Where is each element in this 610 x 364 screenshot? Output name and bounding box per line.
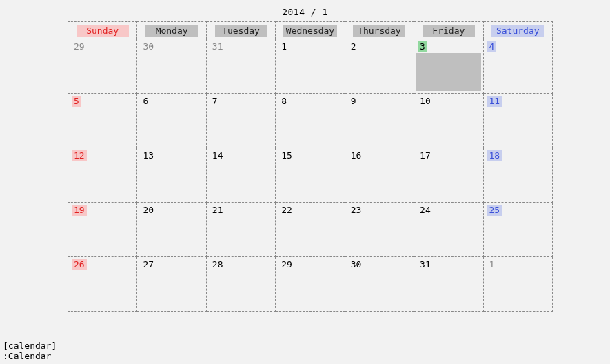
day-cell[interactable]: 12 xyxy=(68,148,137,203)
day-cell[interactable]: 20 xyxy=(137,203,206,257)
day-cell[interactable]: 15 xyxy=(276,148,345,203)
day-cell[interactable]: 4 xyxy=(483,39,552,94)
day-number: 22 xyxy=(279,205,294,216)
header-saturday: Saturday xyxy=(491,25,544,37)
day-number: 31 xyxy=(418,259,433,270)
day-number: 16 xyxy=(349,150,364,161)
day-number: 15 xyxy=(279,150,294,161)
day-number: 12 xyxy=(72,150,87,161)
day-number: 30 xyxy=(141,41,156,52)
day-cell[interactable]: 28 xyxy=(206,257,275,312)
header-thursday: Thursday xyxy=(353,25,405,37)
day-cell[interactable]: 19 xyxy=(68,203,137,257)
day-number: 18 xyxy=(487,150,502,161)
day-number: 19 xyxy=(72,205,87,216)
day-cell[interactable]: 27 xyxy=(137,257,206,312)
day-number: 10 xyxy=(418,96,433,107)
day-cell-today[interactable]: 3 xyxy=(414,39,483,94)
day-cell[interactable]: 11 xyxy=(483,94,552,148)
day-cell[interactable]: 7 xyxy=(206,94,275,148)
calendar-header-row: Sunday Monday Tuesday Wednesday Thursday… xyxy=(68,22,553,39)
day-number: 21 xyxy=(210,205,225,216)
day-cell[interactable]: 5 xyxy=(68,94,137,148)
day-cell[interactable]: 24 xyxy=(414,203,483,257)
day-cell[interactable]: 30 xyxy=(137,39,206,94)
header-sunday: Sunday xyxy=(77,25,129,37)
day-number: 1 xyxy=(487,259,497,270)
day-cell[interactable]: 31 xyxy=(414,257,483,312)
day-cell[interactable]: 29 xyxy=(68,39,137,94)
day-number: 20 xyxy=(141,205,156,216)
status-line: [calendar] :Calendar xyxy=(3,341,57,361)
day-cell[interactable]: 23 xyxy=(345,203,414,257)
day-cell[interactable]: 6 xyxy=(137,94,206,148)
day-cell[interactable]: 1 xyxy=(483,257,552,312)
calendar-week-row: 26 27 28 29 30 31 1 xyxy=(68,257,553,312)
day-number: 2 xyxy=(349,41,358,52)
day-cell[interactable]: 9 xyxy=(345,94,414,148)
calendar-week-row: 19 20 21 22 23 24 25 xyxy=(68,203,553,257)
day-number: 27 xyxy=(141,259,156,270)
calendar-grid: Sunday Monday Tuesday Wednesday Thursday… xyxy=(68,21,553,312)
day-number: 30 xyxy=(349,259,364,270)
day-cell[interactable]: 10 xyxy=(414,94,483,148)
day-number: 14 xyxy=(210,150,225,161)
day-number: 13 xyxy=(141,150,156,161)
day-number: 17 xyxy=(418,150,433,161)
day-cell[interactable]: 26 xyxy=(68,257,137,312)
calendar-week-row: 5 6 7 8 9 10 11 xyxy=(68,94,553,148)
day-number: 3 xyxy=(418,41,427,52)
day-number: 6 xyxy=(141,96,150,107)
day-number: 31 xyxy=(210,41,225,52)
today-highlight xyxy=(416,53,480,91)
day-cell[interactable]: 16 xyxy=(345,148,414,203)
day-cell[interactable]: 13 xyxy=(137,148,206,203)
calendar-title: 2014 / 1 xyxy=(0,0,610,21)
day-cell[interactable]: 29 xyxy=(276,257,345,312)
day-cell[interactable]: 1 xyxy=(276,39,345,94)
header-friday: Friday xyxy=(423,25,475,37)
day-number: 1 xyxy=(279,41,289,52)
day-number: 29 xyxy=(72,41,87,52)
day-cell[interactable]: 17 xyxy=(414,148,483,203)
day-cell[interactable]: 31 xyxy=(206,39,275,94)
day-number: 5 xyxy=(72,96,81,107)
day-cell[interactable]: 21 xyxy=(206,203,275,257)
day-number: 4 xyxy=(487,41,497,52)
day-number: 28 xyxy=(210,259,225,270)
calendar-week-row: 12 13 14 15 16 17 18 xyxy=(68,148,553,203)
day-number: 11 xyxy=(487,96,502,107)
command-prompt[interactable]: :Calendar xyxy=(3,351,57,361)
day-number: 24 xyxy=(418,205,433,216)
day-number: 29 xyxy=(279,259,294,270)
header-tuesday: Tuesday xyxy=(215,25,267,37)
day-number: 25 xyxy=(487,205,502,216)
day-cell[interactable]: 8 xyxy=(276,94,345,148)
header-monday: Monday xyxy=(145,25,198,37)
day-cell[interactable]: 30 xyxy=(345,257,414,312)
day-cell[interactable]: 14 xyxy=(206,148,275,203)
day-number: 7 xyxy=(210,96,220,107)
buffer-name: [calendar] xyxy=(3,341,57,351)
day-cell[interactable]: 25 xyxy=(483,203,552,257)
day-cell[interactable]: 18 xyxy=(483,148,552,203)
day-number: 23 xyxy=(349,205,364,216)
day-cell[interactable]: 2 xyxy=(345,39,414,94)
calendar-week-row: 29 30 31 1 2 3 4 xyxy=(68,39,553,94)
day-number: 9 xyxy=(349,96,358,107)
day-number: 26 xyxy=(72,259,87,270)
day-number: 8 xyxy=(279,96,289,107)
header-wednesday: Wednesday xyxy=(283,25,337,37)
day-cell[interactable]: 22 xyxy=(276,203,345,257)
